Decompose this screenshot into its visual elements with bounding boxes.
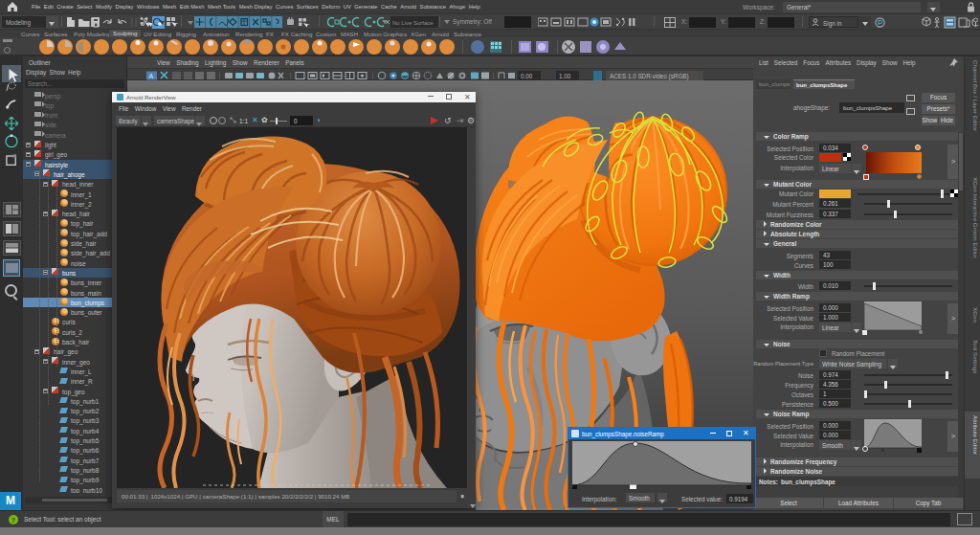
svg-text:A: A	[149, 72, 154, 78]
